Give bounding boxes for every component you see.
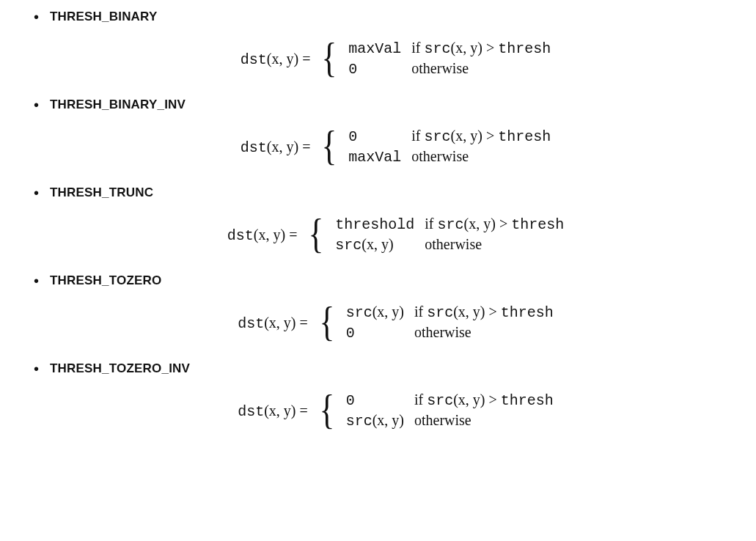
equals-sign: = (285, 227, 297, 243)
src-args: (x, y) (451, 40, 482, 56)
case-value: 0 (346, 323, 414, 344)
thresh-text: thresh (501, 392, 554, 409)
zero-text: 0 (348, 61, 357, 78)
dst-args: (x, y) (267, 139, 298, 155)
dst-text: dst (241, 139, 267, 156)
left-brace-icon: { (318, 301, 336, 343)
otherwise-text: otherwise (414, 412, 471, 428)
item-title: THRESH_BINARY (50, 9, 741, 25)
case-value: maxVal (348, 39, 411, 59)
equation: dst(x, y) = { 0 if src(x, y) > thresh sr… (238, 390, 554, 433)
dst-text: dst (227, 227, 254, 244)
src-text: src (346, 413, 373, 430)
gt-sign: > (496, 216, 511, 232)
equation: dst(x, y) = { 0 if src(x, y) > thresh ma… (241, 126, 551, 169)
case-value: 0 (348, 127, 411, 147)
cases-table: src(x, y) if src(x, y) > thresh 0 otherw… (346, 303, 554, 344)
equation-lhs: dst(x, y) = (227, 226, 298, 245)
otherwise-text: otherwise (414, 324, 471, 340)
threshold-text: threshold (335, 216, 414, 233)
thresh-text: thresh (501, 304, 554, 321)
gt-sign: > (485, 391, 501, 408)
equals-sign: = (296, 314, 308, 331)
case-condition: otherwise (411, 59, 551, 80)
gt-sign: > (482, 128, 498, 144)
otherwise-text: otherwise (411, 60, 469, 76)
gt-sign: > (485, 303, 501, 320)
case-condition: if src(x, y) > thresh (414, 391, 554, 411)
equation-block: dst(x, y) = { 0 if src(x, y) > thresh ma… (50, 126, 741, 169)
item-title: THRESH_TOZERO (50, 273, 741, 289)
item-title: THRESH_TRUNC (50, 185, 741, 201)
case-condition: otherwise (414, 411, 554, 432)
case-condition: otherwise (425, 235, 564, 256)
cases-table: threshold if src(x, y) > thresh src(x, y… (335, 215, 564, 256)
src-args: (x, y) (373, 412, 404, 428)
equation-block: dst(x, y) = { maxVal if src(x, y) > thre… (50, 38, 741, 81)
thresh-text: thresh (511, 216, 564, 233)
src-args: (x, y) (453, 303, 485, 320)
list-item: THRESH_TOZERO_INV dst(x, y) = { 0 if src… (29, 361, 741, 433)
case-value: src(x, y) (346, 303, 414, 323)
left-brace-icon: { (318, 389, 336, 431)
case-value: src(x, y) (335, 235, 425, 256)
src-text: src (425, 40, 451, 57)
case-condition: if src(x, y) > thresh (425, 215, 564, 235)
cases-table: 0 if src(x, y) > thresh maxVal otherwise (348, 127, 551, 168)
otherwise-text: otherwise (411, 148, 469, 164)
src-args: (x, y) (373, 303, 404, 320)
dst-args: (x, y) (267, 51, 298, 67)
equation-lhs: dst(x, y) = (238, 402, 308, 421)
equals-sign: = (298, 139, 310, 155)
equation-block: dst(x, y) = { src(x, y) if src(x, y) > t… (50, 302, 741, 345)
cases-table: maxVal if src(x, y) > thresh 0 otherwise (348, 39, 551, 80)
left-brace-icon: { (320, 37, 338, 79)
if-text: if (425, 216, 437, 232)
left-brace-icon: { (307, 213, 325, 255)
if-text: if (414, 303, 427, 320)
src-args: (x, y) (362, 236, 393, 252)
if-text: if (411, 40, 424, 56)
cases-table: 0 if src(x, y) > thresh src(x, y) otherw… (346, 391, 554, 432)
item-title: THRESH_BINARY_INV (50, 97, 741, 113)
src-text: src (427, 392, 453, 409)
case-value: maxVal (348, 147, 411, 168)
case-value: threshold (335, 215, 425, 235)
case-condition: if src(x, y) > thresh (414, 303, 554, 323)
thresh-text: thresh (498, 128, 551, 145)
maxVal-text: maxVal (348, 149, 401, 166)
src-text: src (346, 304, 373, 321)
dst-text: dst (241, 51, 267, 68)
src-text: src (335, 237, 362, 254)
src-args: (x, y) (451, 128, 482, 144)
equation-lhs: dst(x, y) = (241, 138, 311, 157)
list-item: THRESH_TRUNC dst(x, y) = { threshold if … (29, 185, 741, 257)
equation-lhs: dst(x, y) = (241, 50, 311, 69)
zero-text: 0 (346, 392, 355, 409)
src-text: src (427, 304, 453, 321)
equation: dst(x, y) = { threshold if src(x, y) > t… (227, 214, 564, 257)
zero-text: 0 (348, 128, 357, 145)
src-args: (x, y) (453, 391, 485, 408)
list-item: THRESH_BINARY_INV dst(x, y) = { 0 if src… (29, 97, 741, 169)
equation-lhs: dst(x, y) = (238, 314, 308, 333)
case-condition: if src(x, y) > thresh (411, 39, 551, 59)
list-item: THRESH_TOZERO dst(x, y) = { src(x, y) if… (29, 273, 741, 345)
left-brace-icon: { (320, 125, 338, 167)
gt-sign: > (482, 40, 498, 56)
case-condition: otherwise (411, 147, 551, 168)
list-item: THRESH_BINARY dst(x, y) = { maxVal if sr… (29, 9, 741, 81)
dst-args: (x, y) (264, 402, 296, 419)
case-value: 0 (346, 391, 414, 411)
equals-sign: = (298, 51, 310, 67)
maxVal-text: maxVal (348, 40, 401, 57)
src-args: (x, y) (464, 216, 496, 232)
src-text: src (425, 128, 451, 145)
if-text: if (414, 391, 427, 408)
threshold-type-list: THRESH_BINARY dst(x, y) = { maxVal if sr… (29, 9, 741, 433)
src-text: src (438, 216, 464, 233)
dst-args: (x, y) (254, 227, 285, 243)
zero-text: 0 (346, 325, 355, 342)
equation: dst(x, y) = { src(x, y) if src(x, y) > t… (238, 302, 554, 345)
equation-block: dst(x, y) = { 0 if src(x, y) > thresh sr… (50, 390, 741, 433)
